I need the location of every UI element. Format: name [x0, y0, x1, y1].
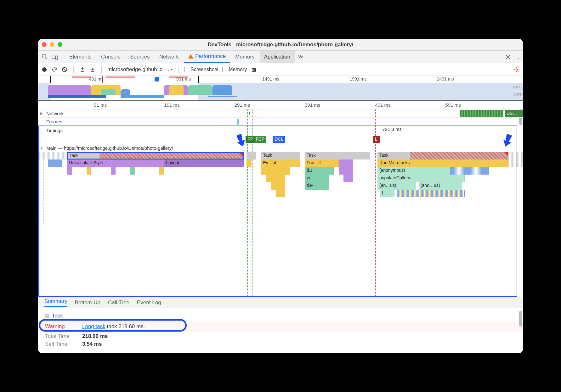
details-tabstrip: Summary Bottom-Up Call Tree Event Log: [38, 297, 523, 308]
devtools-window: DevTools - microsoftedge.github.io/Demos…: [38, 39, 523, 353]
main-thread-header[interactable]: ▼ Main — https://microsoftedge.github.io…: [38, 144, 523, 152]
flame-layout[interactable]: Layout: [164, 160, 244, 167]
url-dropdown[interactable]: microsoftedge.github.io …: [107, 66, 173, 73]
device-toggle-icon[interactable]: [50, 52, 60, 62]
flame-chart-panel[interactable]: 91 ms 191 ms 291 ms 391 ms 491 ms 591 ms…: [38, 101, 523, 297]
dcl-badge[interactable]: DCL: [273, 136, 285, 143]
task-bar-selected[interactable]: Task: [67, 152, 244, 160]
perf-toolbar: microsoftedge.github.io … Screenshots Me…: [38, 63, 523, 76]
expand-icon[interactable]: ▼: [38, 146, 45, 150]
zoom-icon[interactable]: [58, 42, 62, 47]
flame-recalculate-style[interactable]: Recalculate Style: [67, 160, 164, 167]
details-tab-summary[interactable]: Summary: [44, 298, 67, 307]
task-bar-2[interactable]: Task: [261, 152, 300, 160]
svg-point-3: [507, 56, 509, 58]
frames-lane[interactable]: Frames: [38, 117, 523, 126]
details-event-name: Task: [45, 313, 516, 319]
flame-anous[interactable]: (ano…us): [419, 182, 462, 190]
details-scrollbar-thumb[interactable]: [519, 311, 522, 327]
screenshots-checkbox[interactable]: Screenshots: [184, 67, 218, 72]
details-warning-row: Warning Long task took 218.60 ms.: [38, 322, 523, 332]
details-total-time: Total Time 218.60 ms: [45, 333, 516, 339]
tabs-overflow[interactable]: ≫: [295, 51, 306, 63]
reload-record-icon[interactable]: [51, 66, 58, 73]
flame-anus[interactable]: (an…us): [377, 182, 416, 190]
net-overview-chart: [38, 95, 523, 98]
timings-lane[interactable]: Timings 721.3 ms: [38, 126, 523, 135]
details-tab-eventlog[interactable]: Event Log: [137, 300, 161, 306]
pause-marker-icon: [155, 77, 159, 81]
traffic-lights: [42, 42, 62, 47]
l-time-label: 721.3 ms: [382, 126, 402, 132]
flame-f[interactable]: f…: [380, 190, 394, 197]
task-bar-4[interactable]: Task: [377, 152, 508, 160]
flame-vi[interactable]: vi: [305, 175, 329, 182]
capture-settings-icon[interactable]: [513, 66, 520, 73]
flame-evpt[interactable]: Ev…pt: [261, 160, 300, 167]
tab-console[interactable]: Console: [97, 51, 125, 63]
details-pane: Summary Bottom-Up Call Tree Event Log Ta…: [38, 297, 523, 353]
l-badge[interactable]: L: [373, 136, 380, 143]
svg-point-10: [516, 69, 518, 70]
overview-pane[interactable]: 491 ms 991 ms 1491 ms 1991 ms 2491 ms: [38, 76, 523, 101]
selection-end-handle[interactable]: [198, 76, 199, 83]
overview-cursor[interactable]: [102, 76, 103, 83]
record-button[interactable]: [41, 66, 48, 73]
flame-run-microtasks[interactable]: Run Microtasks: [377, 160, 508, 167]
upload-icon[interactable]: [79, 66, 86, 73]
details-self-time: Self Time 3.54 ms: [45, 341, 516, 347]
window-title: DevTools - microsoftedge.github.io/Demos…: [208, 42, 354, 48]
tab-elements[interactable]: Elements: [65, 51, 96, 63]
flame-chart[interactable]: Task Recalculate Style Layout Task Ev…pt…: [38, 152, 523, 224]
minimize-icon[interactable]: [50, 42, 54, 47]
clear-icon[interactable]: [61, 66, 68, 73]
flame-funll[interactable]: Fun…ll: [305, 160, 339, 167]
fcp-badge[interactable]: FCP: [254, 136, 266, 143]
details-tab-bottomup[interactable]: Bottom-Up: [75, 300, 100, 306]
flame-anonymous[interactable]: (anonymous): [377, 167, 450, 175]
inspect-icon[interactable]: [40, 52, 49, 62]
annotation-arrow-1: [237, 134, 245, 147]
cpu-overview-chart: [38, 84, 523, 95]
tab-memory[interactable]: Memory: [231, 51, 259, 63]
flame-tif[interactable]: ti.F: [305, 182, 329, 190]
download-icon[interactable]: [89, 66, 96, 73]
task-bar-3[interactable]: Task: [305, 152, 370, 160]
flame-tij[interactable]: ti.J: [305, 167, 334, 175]
annotation-arrow-2: [503, 134, 512, 147]
devtools-tabstrip: Elements Console Sources Network Perform…: [38, 51, 523, 63]
more-options-icon[interactable]: ⋮: [513, 52, 523, 62]
task-color-swatch: [45, 314, 49, 318]
tab-sources[interactable]: Sources: [126, 51, 154, 63]
close-icon[interactable]: [42, 42, 47, 47]
net-resource-chip[interactable]: DS…: [505, 110, 523, 117]
garbage-collect-icon[interactable]: [251, 66, 257, 73]
settings-icon[interactable]: [503, 52, 513, 62]
tab-performance[interactable]: Performance: [184, 51, 230, 63]
titlebar: DevTools - microsoftedge.github.io/Demos…: [38, 39, 523, 51]
svg-line-5: [63, 68, 66, 71]
selection-start-handle[interactable]: [50, 76, 51, 83]
timeline-ruler: 91 ms 191 ms 291 ms 391 ms 491 ms 591 ms: [38, 101, 523, 109]
details-tab-calltree[interactable]: Call Tree: [108, 300, 129, 306]
tab-application[interactable]: Application: [260, 51, 295, 63]
overview-ruler: 491 ms 991 ms 1491 ms 1991 ms 2491 ms: [38, 76, 523, 83]
network-lane-header[interactable]: ▶ Network DS…: [38, 109, 523, 117]
flame-populate-gallery[interactable]: populateGallery: [377, 175, 465, 182]
long-task-link[interactable]: Long task: [82, 323, 105, 329]
memory-checkbox[interactable]: Memory: [222, 67, 247, 72]
tab-network[interactable]: Network: [155, 51, 183, 63]
tab-performance-label: Performance: [195, 53, 226, 59]
timings-badges: FP FCP DCL L: [38, 135, 523, 144]
warning-icon: [188, 54, 193, 59]
